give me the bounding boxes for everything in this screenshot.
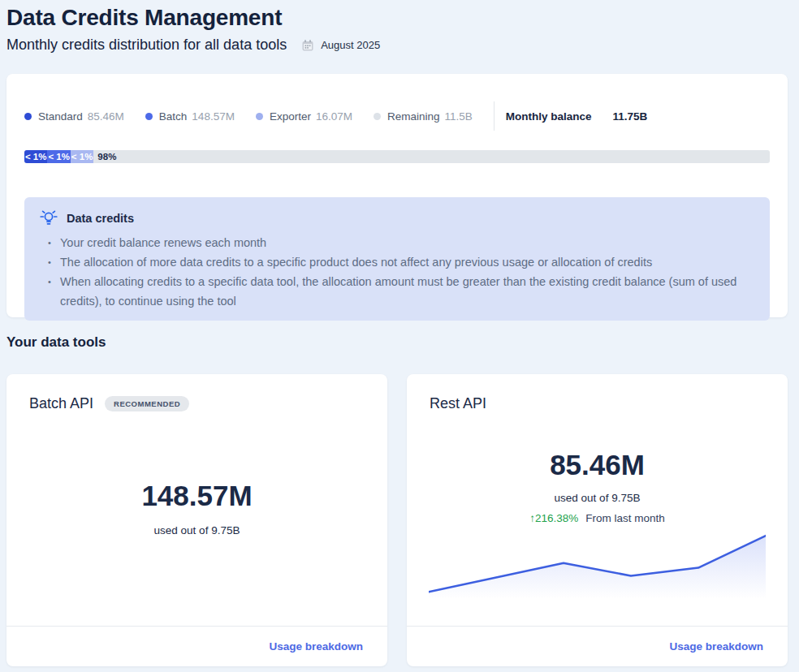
period-label: August 2025 bbox=[321, 39, 380, 51]
credits-usage-bar: < 1% < 1% < 1% 98% bbox=[24, 150, 770, 163]
legend-label: Remaining bbox=[387, 110, 440, 123]
credits-legend: Standard 85.46M Batch 148.57M Exporter 1… bbox=[24, 74, 770, 131]
card-header: Batch API RECOMMENDED bbox=[6, 374, 387, 412]
legend-value: 16.07M bbox=[316, 110, 352, 123]
info-box-title: Data credits bbox=[67, 212, 134, 225]
tool-cards-grid: Batch API RECOMMENDED 148.57M used out o… bbox=[6, 374, 788, 666]
legend-label: Batch bbox=[159, 110, 188, 123]
data-credits-info-box: Data credits Your credit balance renews … bbox=[24, 197, 770, 321]
exporter-dot bbox=[256, 113, 263, 120]
usage-stat: 148.57M used out of 9.75B bbox=[6, 480, 387, 536]
legend-label: Exporter bbox=[270, 110, 311, 123]
legend-divider bbox=[494, 101, 495, 131]
info-box-header: Data credits bbox=[39, 209, 755, 228]
trend-caption: From last month bbox=[585, 512, 665, 524]
remaining-dot bbox=[374, 113, 381, 120]
info-bullet-list: Your credit balance renews each month Th… bbox=[39, 233, 755, 311]
usage-caption: used out of 9.75B bbox=[6, 524, 387, 536]
sparkline-area bbox=[429, 536, 766, 599]
legend-value: 148.57M bbox=[192, 110, 235, 123]
monthly-balance-label: Monthly balance bbox=[506, 110, 592, 123]
info-bullet: The allocation of more data credits to a… bbox=[39, 252, 755, 272]
credits-summary-card: Standard 85.46M Batch 148.57M Exporter 1… bbox=[6, 74, 788, 317]
usage-caption: used out of 9.75B bbox=[407, 492, 788, 504]
usage-breakdown-link[interactable]: Usage breakdown bbox=[669, 640, 763, 653]
bar-segment-batch: < 1% bbox=[47, 150, 70, 163]
subtitle-row: Monthly credits distribution for all dat… bbox=[6, 37, 788, 54]
period-chip: August 2025 bbox=[301, 39, 380, 52]
tool-card-title: Rest API bbox=[430, 395, 486, 412]
page: Data Credits Management Monthly credits … bbox=[0, 0, 799, 672]
page-subtitle: Monthly credits distribution for all dat… bbox=[6, 37, 287, 54]
legend-item-batch: Batch 148.57M bbox=[145, 110, 235, 123]
card-footer: Usage breakdown bbox=[407, 626, 788, 666]
legend-value: 85.46M bbox=[88, 110, 124, 123]
usage-value: 148.57M bbox=[6, 480, 387, 511]
trend-up-value: ↑216.38% bbox=[529, 512, 578, 524]
usage-stat: 85.46M used out of 9.75B ↑216.38% From l… bbox=[407, 450, 788, 524]
info-bullet: Your credit balance renews each month bbox=[39, 233, 755, 252]
info-bullet: When allocating credits to a specific da… bbox=[39, 272, 755, 311]
legend-item-remaining: Remaining 11.5B bbox=[374, 110, 473, 123]
trend-row: ↑216.38% From last month bbox=[407, 512, 788, 524]
card-footer: Usage breakdown bbox=[6, 626, 387, 666]
tool-card-title: Batch API bbox=[29, 395, 93, 412]
batch-dot bbox=[145, 113, 153, 120]
card-header: Rest API bbox=[407, 374, 788, 412]
usage-breakdown-link[interactable]: Usage breakdown bbox=[269, 640, 363, 653]
recommended-badge: RECOMMENDED bbox=[105, 396, 189, 412]
legend-item-exporter: Exporter 16.07M bbox=[256, 110, 352, 123]
legend-label: Standard bbox=[38, 110, 83, 123]
standard-dot bbox=[24, 113, 32, 120]
tool-card-rest-api: Rest API 85.46M used out of 9.75B ↑216.3… bbox=[407, 374, 788, 666]
bar-segment-exporter: < 1% bbox=[71, 150, 93, 163]
usage-sparkline bbox=[429, 526, 766, 599]
tools-section-title: Your data tools bbox=[6, 334, 788, 351]
calendar-icon bbox=[301, 39, 314, 52]
bar-segment-remaining: 98% bbox=[93, 150, 116, 163]
page-title: Data Credits Management bbox=[6, 5, 788, 31]
tool-card-batch-api: Batch API RECOMMENDED 148.57M used out o… bbox=[6, 374, 387, 666]
bar-segment-standard: < 1% bbox=[24, 150, 47, 163]
monthly-balance-value: 11.75B bbox=[613, 110, 648, 123]
legend-item-standard: Standard 85.46M bbox=[24, 110, 124, 123]
usage-value: 85.46M bbox=[407, 450, 788, 480]
lightbulb-icon bbox=[39, 208, 58, 229]
legend-value: 11.5B bbox=[445, 110, 473, 123]
